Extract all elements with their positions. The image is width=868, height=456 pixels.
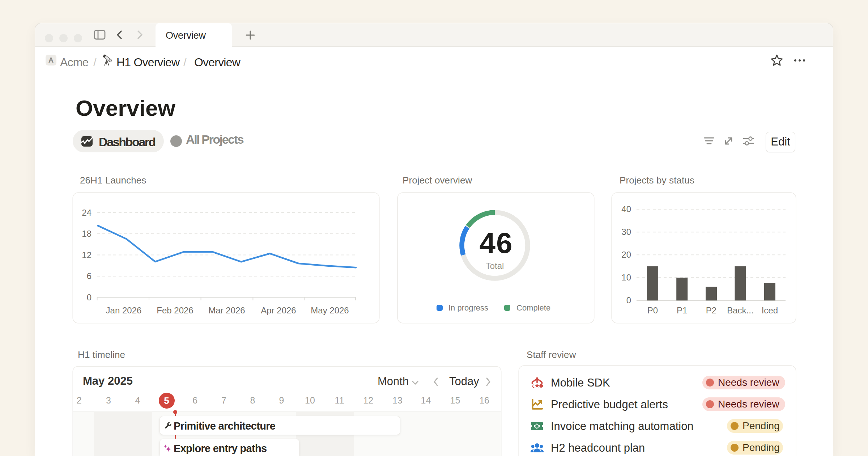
- svg-text:0: 0: [626, 295, 631, 305]
- svg-text:Apr 2026: Apr 2026: [261, 305, 296, 315]
- svg-text:0: 0: [87, 292, 92, 302]
- svg-text:P1: P1: [677, 305, 687, 315]
- svg-text:10: 10: [621, 273, 631, 282]
- svg-text:6: 6: [87, 271, 92, 281]
- svg-text:P2: P2: [706, 305, 716, 315]
- svg-text:Complete: Complete: [516, 303, 550, 312]
- svg-text:Mar 2026: Mar 2026: [208, 305, 245, 315]
- svg-text:40: 40: [621, 204, 631, 214]
- svg-text:P0: P0: [647, 305, 658, 315]
- svg-text:20: 20: [621, 250, 631, 259]
- svg-text:Jan 2026: Jan 2026: [106, 305, 142, 315]
- svg-text:12: 12: [82, 250, 92, 260]
- svg-text:30: 30: [621, 227, 631, 237]
- svg-text:Back...: Back...: [727, 305, 753, 315]
- svg-text:24: 24: [82, 208, 92, 218]
- svg-text:Total: Total: [486, 261, 504, 271]
- svg-text:46: 46: [480, 227, 513, 259]
- svg-text:May 2026: May 2026: [311, 305, 349, 315]
- svg-text:Feb 2026: Feb 2026: [157, 305, 193, 315]
- svg-text:Iced: Iced: [762, 305, 778, 315]
- svg-text:18: 18: [82, 229, 92, 238]
- svg-text:In progress: In progress: [448, 303, 488, 312]
